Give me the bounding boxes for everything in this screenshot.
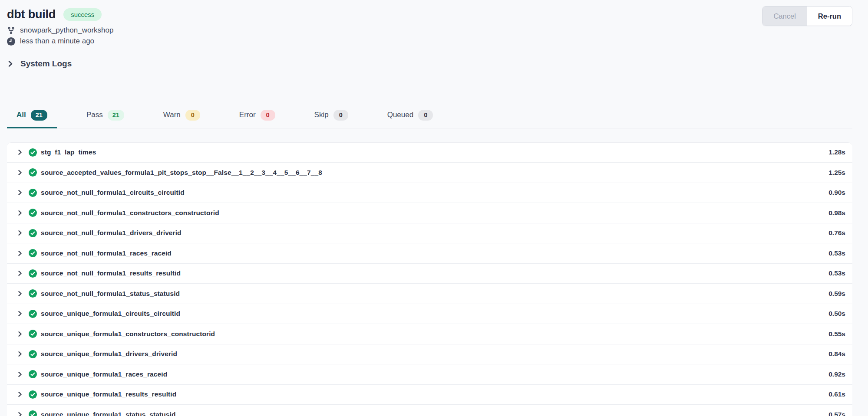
status-badge: success: [63, 8, 102, 21]
pass-check-icon: [29, 229, 37, 237]
result-duration: 0.53s: [828, 249, 845, 257]
row-expand-button[interactable]: [11, 371, 29, 377]
tab-label: Queued: [387, 111, 414, 119]
result-duration: 0.53s: [828, 269, 845, 277]
result-name: source_unique_formula1_drivers_driverid: [41, 350, 177, 358]
run-detail-page: dbt build success snowpark_python_worksh…: [0, 0, 868, 416]
pass-check-icon: [29, 390, 37, 399]
chevron-right-icon: [17, 331, 23, 337]
result-duration: 1.28s: [828, 148, 845, 156]
result-name: source_unique_formula1_constructors_cons…: [41, 330, 215, 338]
result-name: source_not_null_formula1_results_resulti…: [41, 269, 181, 277]
result-name: source_not_null_formula1_races_raceid: [41, 249, 172, 257]
row-expand-button[interactable]: [11, 250, 29, 256]
result-row[interactable]: source_unique_formula1_results_resultid …: [7, 385, 852, 405]
pass-check-icon: [29, 269, 37, 278]
row-expand-button[interactable]: [11, 190, 29, 196]
tab-skip[interactable]: Skip 0: [305, 105, 358, 128]
run-time-ago: less than a minute ago: [20, 37, 94, 46]
chevron-right-icon: [17, 351, 23, 357]
tab-warn[interactable]: Warn 0: [154, 105, 210, 128]
pass-check-icon: [29, 168, 37, 177]
chevron-right-icon: [17, 311, 23, 317]
tab-count-badge: 0: [418, 110, 433, 121]
result-name: source_unique_formula1_circuits_circuiti…: [41, 310, 180, 318]
result-name: source_accepted_values_formula1_pit_stop…: [41, 169, 322, 177]
chevron-right-icon: [7, 60, 14, 67]
tab-all[interactable]: All 21: [7, 105, 57, 128]
pass-check-icon: [29, 189, 37, 197]
chevron-right-icon: [17, 210, 23, 216]
tab-pass[interactable]: Pass 21: [77, 105, 134, 128]
tab-queued[interactable]: Queued 0: [378, 105, 443, 128]
result-row[interactable]: source_unique_formula1_races_raceid 0.92…: [7, 364, 852, 385]
system-logs-label: System Logs: [20, 59, 72, 69]
result-row[interactable]: source_unique_formula1_drivers_driverid …: [7, 344, 852, 365]
chevron-right-icon: [17, 250, 23, 256]
row-expand-button[interactable]: [11, 331, 29, 337]
result-row[interactable]: source_not_null_formula1_races_raceid 0.…: [7, 243, 852, 264]
cancel-button[interactable]: Cancel: [762, 7, 806, 26]
result-name: source_not_null_formula1_constructors_co…: [41, 209, 219, 217]
row-expand-button[interactable]: [11, 149, 29, 155]
pass-check-icon: [29, 350, 37, 358]
result-duration: 0.90s: [828, 189, 845, 197]
result-duration: 0.76s: [828, 229, 845, 237]
result-row[interactable]: source_not_null_formula1_drivers_driveri…: [7, 223, 852, 244]
pass-check-icon: [29, 209, 37, 217]
git-branch-icon: [7, 26, 15, 35]
row-expand-button[interactable]: [11, 270, 29, 276]
result-duration: 1.25s: [828, 169, 845, 177]
chevron-right-icon: [17, 270, 23, 276]
tab-count-badge: 21: [31, 110, 47, 121]
tab-label: Warn: [163, 111, 181, 119]
result-row[interactable]: source_not_null_formula1_results_resulti…: [7, 264, 852, 284]
result-row[interactable]: source_not_null_formula1_status_statusid…: [7, 284, 852, 304]
result-name: source_unique_formula1_status_statusid: [41, 411, 175, 416]
chevron-right-icon: [17, 391, 23, 397]
tab-count-badge: 0: [333, 110, 348, 121]
result-row[interactable]: source_not_null_formula1_circuits_circui…: [7, 183, 852, 203]
row-expand-button[interactable]: [11, 210, 29, 216]
result-row[interactable]: source_not_null_formula1_constructors_co…: [7, 203, 852, 223]
result-name: stg_f1_lap_times: [41, 148, 96, 156]
tab-error[interactable]: Error 0: [230, 105, 285, 128]
pass-check-icon: [29, 148, 37, 157]
row-expand-button[interactable]: [11, 170, 29, 176]
result-row[interactable]: stg_f1_lap_times 1.28s: [7, 143, 852, 163]
chevron-right-icon: [17, 190, 23, 196]
chevron-right-icon: [17, 291, 23, 297]
chevron-right-icon: [17, 412, 23, 416]
row-expand-button[interactable]: [11, 391, 29, 397]
time-row: less than a minute ago: [7, 37, 113, 46]
row-expand-button[interactable]: [11, 230, 29, 236]
pass-check-icon: [29, 330, 37, 338]
result-duration: 0.50s: [828, 310, 845, 318]
rerun-button[interactable]: Re-run: [807, 7, 852, 26]
result-row[interactable]: source_unique_formula1_status_statusid 0…: [7, 405, 852, 416]
result-row[interactable]: source_unique_formula1_constructors_cons…: [7, 324, 852, 344]
result-name: source_not_null_formula1_drivers_driveri…: [41, 229, 182, 237]
row-expand-button[interactable]: [11, 311, 29, 317]
row-expand-button[interactable]: [11, 351, 29, 357]
page-title: dbt build: [7, 8, 56, 21]
pass-check-icon: [29, 410, 37, 416]
result-duration: 0.92s: [828, 370, 845, 378]
tab-label: Pass: [86, 111, 103, 119]
result-name: source_not_null_formula1_circuits_circui…: [41, 189, 185, 197]
tab-count-badge: 0: [185, 110, 200, 121]
system-logs-toggle[interactable]: System Logs: [7, 59, 72, 69]
row-expand-button[interactable]: [11, 412, 29, 416]
run-actions: Cancel Re-run: [762, 6, 852, 26]
pass-check-icon: [29, 310, 37, 318]
tab-count-badge: 21: [108, 110, 124, 121]
result-name: source_unique_formula1_races_raceid: [41, 370, 167, 378]
clock-icon: [7, 37, 15, 46]
chevron-right-icon: [17, 149, 23, 155]
pass-check-icon: [29, 249, 37, 257]
result-duration: 0.55s: [828, 330, 845, 338]
result-row[interactable]: source_unique_formula1_circuits_circuiti…: [7, 304, 852, 324]
result-duration: 0.57s: [828, 411, 845, 416]
result-row[interactable]: source_accepted_values_formula1_pit_stop…: [7, 163, 852, 183]
row-expand-button[interactable]: [11, 291, 29, 297]
